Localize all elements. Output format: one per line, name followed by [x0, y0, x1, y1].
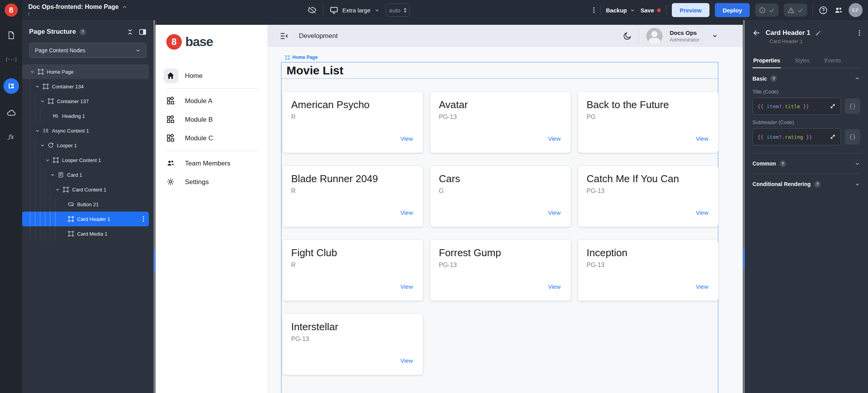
chevron-down-icon[interactable]: [35, 84, 40, 89]
tree-item-container-137[interactable]: Container 137: [22, 94, 149, 109]
canvas-scrollbar-right[interactable]: [743, 20, 745, 393]
tree-item-card-1[interactable]: Card 1: [22, 167, 149, 182]
site-user-avatar[interactable]: [646, 28, 663, 44]
help-badge-icon[interactable]: ?: [770, 75, 777, 82]
chevron-down-icon[interactable]: [712, 33, 718, 39]
tree-item-card-media-1[interactable]: Card Media 1: [22, 226, 149, 241]
site-nav-item-home[interactable]: Home: [166, 67, 259, 85]
hide-ui-button[interactable]: [307, 5, 317, 15]
inspector-menu-icon[interactable]: [859, 29, 860, 36]
user-avatar[interactable]: EF: [849, 3, 863, 17]
document-icon[interactable]: [6, 30, 16, 40]
dots-vertical-icon[interactable]: [143, 216, 144, 222]
toggle-panel-icon[interactable]: [139, 29, 147, 35]
chevron-down-icon[interactable]: [35, 128, 40, 133]
title-code-input[interactable]: {{ item?.title }}: [752, 98, 841, 115]
divider: [323, 5, 323, 15]
nav-divider: [166, 151, 259, 151]
site-nav-item-module-a[interactable]: Module A: [166, 92, 259, 110]
view-button[interactable]: View: [696, 283, 708, 290]
view-button[interactable]: View: [548, 283, 561, 290]
deploy-button[interactable]: Deploy: [715, 3, 750, 17]
tab-styles[interactable]: Styles: [794, 54, 810, 68]
notices-status-pill[interactable]: [755, 3, 778, 17]
selection-tag[interactable]: Home Page: [285, 55, 318, 60]
tree-item-container-134[interactable]: Container 134: [22, 79, 149, 94]
tree-item-card-header-1[interactable]: Card Header 1: [22, 212, 149, 226]
view-button[interactable]: View: [548, 209, 561, 216]
tree-item-button-21[interactable]: Button 21: [22, 197, 149, 212]
basic-section-header[interactable]: Basic ?: [752, 68, 860, 84]
back-arrow-icon[interactable]: [752, 29, 761, 37]
view-button[interactable]: View: [400, 357, 413, 364]
edit-pencil-icon[interactable]: [815, 30, 821, 36]
chevron-down-icon[interactable]: [45, 158, 50, 163]
expand-icon[interactable]: [830, 103, 836, 109]
tree-item-label: Async Content 1: [52, 128, 89, 134]
tree-guide-line: [30, 182, 35, 197]
site-brand[interactable]: 8 base: [166, 34, 267, 50]
functions-icon[interactable]: ƒx: [6, 132, 16, 142]
open-code-editor-button[interactable]: {}: [845, 98, 860, 114]
open-code-editor-button[interactable]: {}: [845, 129, 860, 145]
info-circle-icon: [759, 7, 766, 14]
tree-guide-line: [35, 94, 40, 109]
tree-item-heading-1[interactable]: H1Heading 1: [22, 109, 149, 123]
common-section-header[interactable]: Common ?: [752, 153, 860, 174]
tree-item-home-page[interactable]: Home Page: [22, 64, 149, 79]
backup-dropdown[interactable]: Backup: [606, 7, 635, 14]
dark-mode-moon-icon[interactable]: [623, 31, 632, 41]
conditional-rendering-section-header[interactable]: Conditional Rendering ?: [752, 174, 860, 194]
site-nav-item-team-members[interactable]: Team Members: [166, 154, 259, 173]
structure-mode-select[interactable]: Page Content Nodes: [29, 43, 147, 58]
tree-item-looper-1[interactable]: Looper 1: [22, 138, 149, 153]
canvas-scrollbar-left[interactable]: [154, 20, 155, 393]
chevron-down-icon[interactable]: [40, 99, 45, 104]
tab-events[interactable]: Events: [823, 54, 842, 68]
view-button[interactable]: View: [400, 283, 413, 290]
site-nav-item-settings[interactable]: Settings: [166, 173, 259, 191]
app-title-block[interactable]: Doc Ops-frontend: Home Page /: [28, 3, 127, 17]
help-button[interactable]: [818, 5, 828, 15]
scroll-thumb[interactable]: [154, 250, 155, 272]
help-badge-icon[interactable]: ?: [780, 160, 786, 167]
module-icon: [166, 134, 176, 143]
tree-item-looper-content-1[interactable]: Looper Content 1: [22, 153, 149, 167]
view-button[interactable]: View: [548, 135, 561, 142]
collapse-all-icon[interactable]: [127, 29, 133, 35]
site-nav-item-module-c[interactable]: Module C: [166, 129, 259, 148]
subheader-code-input[interactable]: {{ item?.rating }}: [752, 128, 841, 145]
view-button[interactable]: View: [400, 135, 413, 142]
save-button[interactable]: Save: [640, 7, 661, 14]
chevron-down-icon[interactable]: [55, 187, 60, 192]
sidebar-collapse-icon[interactable]: [280, 31, 289, 41]
tab-properties[interactable]: Properties: [752, 54, 781, 68]
help-badge-icon[interactable]: ?: [814, 181, 821, 188]
site-user-block[interactable]: Docs Ops Administrator: [670, 29, 699, 43]
chevron-down-icon[interactable]: [30, 69, 35, 74]
tree-guide-line: [30, 94, 35, 109]
device-size-dropdown[interactable]: Extra large: [330, 6, 380, 15]
chevron-down-icon[interactable]: [50, 172, 55, 178]
expand-icon[interactable]: [830, 134, 836, 140]
preview-button[interactable]: Preview: [672, 3, 709, 17]
page-builder-icon[interactable]: [3, 78, 19, 94]
chevron-down-icon[interactable]: [40, 143, 45, 148]
zoom-stepper[interactable]: auto: [386, 3, 410, 17]
help-badge-icon[interactable]: ?: [79, 29, 86, 35]
view-button[interactable]: View: [696, 135, 708, 142]
warnings-status-pill[interactable]: [784, 3, 807, 17]
header-overflow-menu[interactable]: [593, 7, 595, 14]
tree-item-async-content-1[interactable]: Async Content 1: [22, 123, 149, 138]
scroll-thumb[interactable]: [743, 247, 745, 269]
view-button[interactable]: View: [696, 209, 708, 216]
stepper-arrows-icon[interactable]: [404, 8, 407, 13]
tree-item-label: Looper Content 1: [62, 157, 101, 163]
view-button[interactable]: View: [400, 209, 413, 216]
tree-item-card-content-1[interactable]: Card Content 1: [22, 182, 149, 197]
site-nav-item-module-b[interactable]: Module B: [166, 110, 259, 129]
code-braces-icon[interactable]: {···}: [6, 54, 16, 64]
cloud-icon[interactable]: [6, 108, 16, 118]
team-button[interactable]: [833, 5, 843, 15]
app-logo[interactable]: 8: [0, 0, 22, 20]
